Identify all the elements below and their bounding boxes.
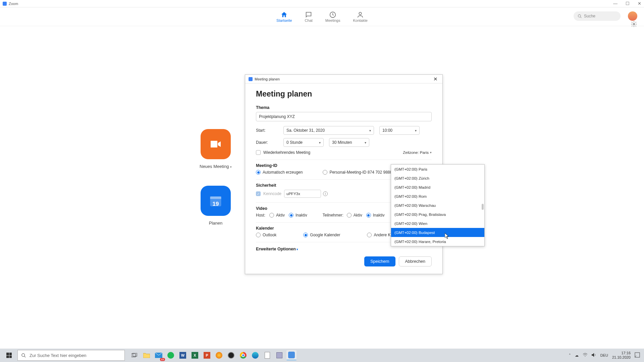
tab-label: Kontakte: [353, 18, 367, 22]
tray-language[interactable]: DEU: [600, 353, 608, 357]
video-host-label: Host:: [256, 213, 269, 218]
dauer-label: Dauer:: [256, 140, 283, 145]
dropdown-scrollbar[interactable]: [481, 165, 484, 245]
svg-point-6: [22, 353, 25, 356]
dialog-close-button[interactable]: ✕: [432, 76, 439, 82]
timezone-option[interactable]: (GMT+02:00) Warschau: [391, 201, 484, 210]
powerpoint-icon[interactable]: P: [202, 350, 212, 360]
chat-icon: [305, 11, 312, 18]
participant-aktiv-radio[interactable]: [347, 213, 352, 218]
chrome-icon[interactable]: [238, 350, 248, 360]
windows-taskbar: Zur Suche Text hier eingeben 69 W X P ˄ …: [0, 349, 644, 362]
svg-rect-10: [635, 353, 640, 357]
cal-google-label: Google Kalender: [310, 233, 340, 237]
save-button[interactable]: Speichern: [364, 256, 395, 266]
kenncode-checkbox[interactable]: ✓: [256, 191, 261, 196]
file-explorer-icon[interactable]: [142, 350, 152, 360]
tab-home[interactable]: Startseite: [276, 11, 292, 22]
start-date-dropdown[interactable]: Sa. Oktober 31, 2020: [283, 126, 374, 135]
timezone-option[interactable]: (GMT+02:00) Budapest: [391, 228, 484, 237]
obs-icon[interactable]: [226, 350, 236, 360]
thema-input[interactable]: [256, 112, 432, 121]
timezone-option[interactable]: (GMT+02:00) Wien: [391, 219, 484, 228]
cal-outlook-label: Outlook: [263, 233, 276, 237]
window-close-button[interactable]: ✕: [638, 1, 641, 6]
window-maximize-button[interactable]: ☐: [626, 1, 630, 6]
recurring-checkbox[interactable]: [256, 150, 261, 155]
mail-badge: 69: [160, 358, 165, 361]
participant-inaktiv-radio[interactable]: [366, 213, 371, 218]
timezone-option[interactable]: (GMT+02:00) Madrid: [391, 183, 484, 192]
calendar-day: 19: [213, 201, 219, 207]
top-nav: Startseite Chat Meetings Kontakte Suche: [0, 7, 644, 26]
excel-icon[interactable]: X: [190, 350, 200, 360]
host-inaktiv-label: Inaktiv: [296, 213, 307, 218]
tab-contacts[interactable]: Kontakte: [353, 11, 367, 22]
zoom-mini-icon: [249, 77, 253, 81]
taskview-icon[interactable]: [129, 350, 140, 360]
tray-chevron-icon[interactable]: ˄: [569, 353, 571, 358]
tray-cloud-icon[interactable]: ☁: [575, 353, 579, 358]
schedule-button[interactable]: 19 Planen: [200, 186, 232, 226]
window-title: Zoom: [9, 2, 18, 6]
tray-clock[interactable]: 17:16 21.10.2020: [612, 351, 631, 360]
notepad-icon[interactable]: [262, 350, 272, 360]
search-input[interactable]: Suche: [574, 11, 621, 21]
info-icon[interactable]: i: [323, 191, 328, 196]
host-inaktiv-radio[interactable]: [289, 213, 293, 218]
timezone-option[interactable]: (GMT+02:00) Paris: [391, 165, 484, 174]
spotify-icon[interactable]: [166, 350, 176, 360]
tray-wifi-icon[interactable]: [583, 353, 588, 358]
taskbar-search-placeholder: Zur Suche Text hier eingeben: [30, 353, 87, 358]
duration-hours-dropdown[interactable]: 0 Stunde: [283, 138, 324, 147]
start-label: Start:: [256, 128, 283, 133]
edge-icon[interactable]: [250, 350, 260, 360]
cal-outlook-radio[interactable]: [256, 233, 261, 237]
firefox-icon[interactable]: [214, 350, 224, 360]
taskbar-search-input[interactable]: Zur Suche Text hier eingeben: [17, 350, 125, 361]
kenncode-input[interactable]: [284, 190, 321, 198]
duration-minutes-dropdown[interactable]: 30 Minuten: [329, 138, 369, 147]
timezone-option[interactable]: (GMT+02:00) Harare, Pretoria: [391, 237, 484, 246]
meeting-id-personal-radio[interactable]: [323, 170, 327, 175]
dialog-heading: Meeting planen: [256, 89, 432, 99]
host-aktiv-radio[interactable]: [269, 213, 274, 218]
tab-meetings[interactable]: Meetings: [325, 11, 340, 22]
schedule-label: Planen: [209, 221, 222, 226]
tray-volume-icon[interactable]: [592, 353, 596, 358]
video-participant-label: Teilnehmer:: [323, 213, 347, 218]
recurring-label: Wiederkehrendes Meeting: [263, 150, 310, 155]
clock-icon: [329, 11, 336, 18]
new-meeting-button[interactable]: Neues Meeting ▾: [200, 129, 232, 169]
gear-icon: [631, 21, 637, 27]
mail-icon[interactable]: 69: [154, 350, 164, 360]
meeting-id-personal-label: Personal-Meeting-ID 874 702 9888: [329, 170, 392, 175]
word-icon[interactable]: W: [178, 350, 188, 360]
app-icon[interactable]: [274, 350, 284, 360]
tab-chat[interactable]: Chat: [305, 11, 313, 22]
start-time-dropdown[interactable]: 10:00: [379, 126, 420, 135]
participant-inaktiv-label: Inaktiv: [373, 213, 385, 218]
tray-notifications-icon[interactable]: [635, 352, 640, 358]
svg-point-1: [359, 12, 362, 14]
timezone-option[interactable]: (GMT+02:00) Rom: [391, 192, 484, 201]
timezone-dropdown-trigger[interactable]: Zeitzone: Paris: [403, 150, 432, 155]
cal-google-radio[interactable]: [303, 233, 308, 237]
home-action-buttons: Neues Meeting ▾ 19 Planen: [200, 129, 232, 242]
start-button[interactable]: [1, 349, 17, 362]
settings-button[interactable]: [631, 21, 637, 27]
dialog-titlebar: Meeting planen ✕: [245, 75, 442, 83]
zoom-taskbar-icon[interactable]: [286, 350, 297, 360]
tab-label: Meetings: [325, 18, 340, 22]
window-minimize-button[interactable]: —: [613, 1, 618, 6]
cancel-button[interactable]: Abbrechen: [399, 256, 432, 266]
cal-other-radio[interactable]: [367, 233, 372, 237]
timezone-option[interactable]: (GMT+02:00) Zürich: [391, 174, 484, 183]
meeting-id-auto-radio[interactable]: [256, 170, 261, 175]
advanced-options-toggle[interactable]: Erweiterte Optionen: [256, 247, 298, 251]
new-meeting-label: Neues Meeting: [200, 164, 229, 169]
zoom-app-icon: [3, 2, 7, 6]
avatar[interactable]: [628, 11, 637, 21]
timezone-option[interactable]: (GMT+02:00) Prag, Bratislava: [391, 210, 484, 219]
tab-label: Chat: [305, 18, 313, 22]
